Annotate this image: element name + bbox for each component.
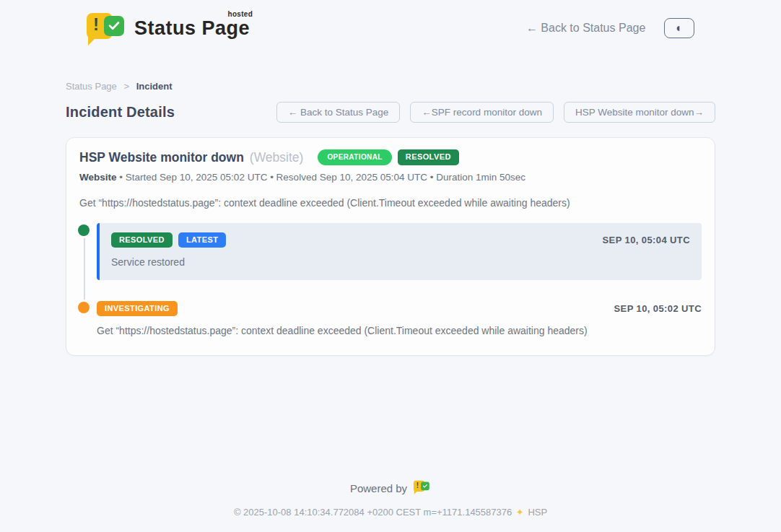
timeline-update-header: INVESTIGATING SEP 10, 05:02 UTC: [97, 301, 702, 316]
incident-meta-details: • Started Sep 10, 2025 05:02 UTC • Resol…: [119, 172, 525, 183]
checkmark-icon: [104, 16, 124, 36]
sparkle-icon: ✦: [516, 507, 524, 518]
site-header: ! Status Page hosted ← Back to Status Pa…: [0, 0, 781, 45]
timeline-update-header: RESOLVED LATEST SEP 10, 05:04 UTC: [111, 232, 690, 248]
checkmark-icon: [421, 482, 429, 491]
timeline-update-timestamp: SEP 10, 05:04 UTC: [603, 235, 690, 245]
brand-logo[interactable]: ! Status Page hosted: [87, 12, 250, 45]
brand-name: Status Page hosted: [134, 17, 250, 40]
breadcrumb: Status Page > Incident: [66, 81, 715, 92]
next-incident-button[interactable]: HSP Website monitor down→: [564, 102, 715, 123]
copyright-line: © 2025-10-08 14:10:34.772084 +0200 CEST …: [0, 507, 781, 518]
powered-by-label: Powered by: [350, 482, 407, 494]
copyright-text: © 2025-10-08 14:10:34.772084 +0200 CEST …: [234, 507, 512, 518]
copyright-suffix: HSP: [528, 507, 547, 518]
timeline-dot-resolved: [78, 224, 90, 236]
theme-toggle-button[interactable]: ◐: [664, 18, 694, 38]
timeline-update-badges: RESOLVED LATEST: [111, 232, 226, 248]
site-footer: Powered by ! © 2025-10-08 14:10:34.77208…: [0, 480, 781, 532]
incident-title: HSP Website monitor down: [79, 150, 244, 165]
incident-timeline: RESOLVED LATEST SEP 10, 05:04 UTC Servic…: [79, 223, 702, 336]
header-actions: ← Back to Status Page ◐: [526, 18, 694, 38]
page-title: Incident Details: [66, 104, 175, 121]
title-row: Incident Details ← Back to Status Page ←…: [66, 102, 715, 123]
timeline-update-timestamp: SEP 10, 05:02 UTC: [614, 303, 702, 314]
timeline-update-message: Get “https://hostedstatus.page”: context…: [97, 325, 702, 336]
timeline-latest-update-card: RESOLVED LATEST SEP 10, 05:04 UTC Servic…: [97, 223, 702, 280]
brand-logo-icon: !: [87, 12, 126, 45]
back-to-status-page-button[interactable]: ← Back to Status Page: [276, 102, 401, 123]
contrast-icon: ◐: [676, 22, 683, 34]
incident-description: Get “https://hostedstatus.page”: context…: [79, 197, 702, 209]
timeline-first-update: INVESTIGATING SEP 10, 05:02 UTC Get “htt…: [97, 300, 702, 336]
brand-superscript: hosted: [227, 10, 253, 18]
back-to-status-page-link[interactable]: ← Back to Status Page: [526, 22, 645, 35]
incident-title-row: HSP Website monitor down (Website) OPERA…: [79, 149, 702, 165]
latest-badge: LATEST: [178, 232, 226, 248]
prev-incident-button[interactable]: ←SPF record monitor down: [410, 102, 554, 123]
incident-nav-buttons: ← Back to Status Page ←SPF record monito…: [276, 102, 715, 123]
timeline-item-resolved: RESOLVED LATEST SEP 10, 05:04 UTC Servic…: [79, 223, 702, 280]
logo-bubble-tail: [414, 490, 418, 494]
exclamation-icon: !: [93, 16, 99, 33]
powered-by: Powered by !: [350, 480, 431, 496]
resolved-state-badge: RESOLVED: [398, 149, 459, 165]
resolved-badge: RESOLVED: [111, 232, 173, 248]
incident-meta: Website • Started Sep 10, 2025 05:02 UTC…: [79, 172, 702, 183]
timeline-item-investigating: INVESTIGATING SEP 10, 05:02 UTC Get “htt…: [79, 300, 702, 336]
logo-bubble-tail: [88, 36, 97, 45]
operational-status-badge: OPERATIONAL: [318, 149, 391, 165]
breadcrumb-separator: >: [123, 81, 129, 92]
timeline-update-message: Service restored: [111, 256, 690, 268]
exclamation-icon: !: [416, 482, 419, 489]
incident-component: Website: [79, 172, 117, 183]
investigating-badge: INVESTIGATING: [97, 301, 178, 316]
powered-by-logo-link[interactable]: !: [414, 480, 431, 496]
main-content: Status Page > Incident Incident Details …: [66, 81, 715, 356]
breadcrumb-incident: Incident: [136, 81, 173, 92]
incident-scope: (Website): [250, 150, 304, 165]
breadcrumb-status-page[interactable]: Status Page: [66, 81, 117, 92]
timeline-dot-investigating: [78, 302, 90, 313]
brand-logo-icon-small: !: [414, 480, 430, 494]
incident-card: HSP Website monitor down (Website) OPERA…: [66, 137, 715, 356]
